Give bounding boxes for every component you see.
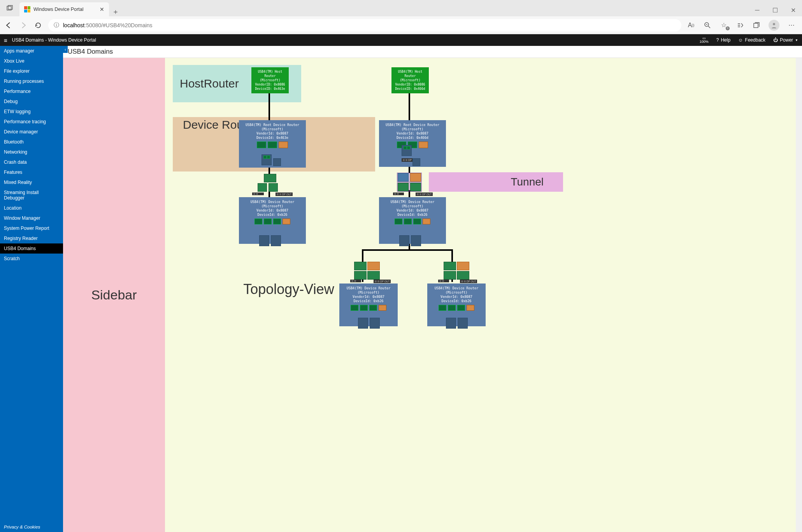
feedback-link[interactable]: ☺Feedback xyxy=(738,37,765,43)
feedback-icon: ☺ xyxy=(738,37,743,43)
hamburger-icon[interactable]: ≡ xyxy=(4,37,7,44)
port-right-c[interactable] xyxy=(399,235,409,246)
port-left-b[interactable] xyxy=(273,158,281,166)
sidebar-item-running-processes[interactable]: Running processes xyxy=(0,76,63,86)
window-tabs-icon[interactable] xyxy=(4,2,16,14)
sidebar-item-device-manager[interactable]: Device manager xyxy=(0,127,63,137)
tab-title: Windows Device Portal xyxy=(33,7,84,12)
host-router-left[interactable]: USB4(TM) Host Router (Microsoft) VendorI… xyxy=(251,67,289,93)
port-leafR-b[interactable] xyxy=(458,318,468,329)
url-input[interactable]: ⓘ localhost:50080/#USB4%20Domains xyxy=(48,19,681,32)
maximize-button[interactable]: ☐ xyxy=(766,4,784,16)
sidebar-item-bluetooth[interactable]: Bluetooth xyxy=(0,137,63,147)
url-port: :50080 xyxy=(84,22,101,28)
favorites-icon[interactable]: ☆0 xyxy=(720,21,728,30)
port-leafL-b[interactable] xyxy=(370,318,380,329)
dpslot-leafL xyxy=(350,280,361,282)
host-router-right[interactable]: USB4(TM) Host Router (Microsoft) VendorI… xyxy=(391,67,429,93)
pill-left-2a[interactable] xyxy=(258,183,267,192)
app-header-bar: ≡ USB4 Domains - Windows Device Portal ▭… xyxy=(0,34,802,46)
url-path: /#USB4%20Domains xyxy=(101,22,153,28)
pill-left-1[interactable] xyxy=(264,174,276,182)
pill-r-1b[interactable] xyxy=(410,173,421,182)
read-aloud-icon[interactable]: A)) xyxy=(687,21,695,30)
minimize-button[interactable]: ─ xyxy=(748,4,766,16)
pill-leafR-1[interactable] xyxy=(444,262,456,270)
tab-close-icon[interactable]: ✕ xyxy=(100,6,104,12)
pill-leafR-2[interactable] xyxy=(457,262,469,270)
new-tab-button[interactable]: ＋ xyxy=(109,7,122,16)
pill-leafL-3[interactable] xyxy=(354,271,367,280)
sidebar-item-performance-tracing[interactable]: Performance tracing xyxy=(0,117,63,127)
close-window-button[interactable]: ✕ xyxy=(784,4,802,16)
sidebar-nav: ‹ Apps managerXbox LiveFile explorerRunn… xyxy=(0,46,63,532)
reading-list-icon[interactable] xyxy=(736,21,744,30)
sidebar-item-file-explorer[interactable]: File explorer xyxy=(0,66,63,76)
port-right-d[interactable] xyxy=(411,235,421,246)
annotation-sidebar: Sidebar xyxy=(63,58,165,532)
favicon-ms-icon xyxy=(24,6,30,12)
pill-leafL-1[interactable] xyxy=(354,262,367,270)
sidebar-item-performance[interactable]: Performance xyxy=(0,86,63,96)
sidebar-item-apps-manager[interactable]: Apps manager xyxy=(0,46,63,56)
sidebar-item-usb4-domains[interactable]: USB4 Domains xyxy=(0,243,63,254)
sidebar-item-networking[interactable]: Networking xyxy=(0,147,63,157)
sidebar-item-system-power-report[interactable]: System Power Report xyxy=(0,223,63,233)
sidebar-item-xbox-live[interactable]: Xbox Live xyxy=(0,56,63,66)
pill-leafR-4[interactable] xyxy=(457,271,469,280)
help-icon: ? xyxy=(716,37,719,43)
pill-leafR-3[interactable] xyxy=(444,271,456,280)
site-info-icon[interactable]: ⓘ xyxy=(54,22,59,29)
dpout-leafL: DP OUT xyxy=(374,280,391,283)
port-left-c[interactable] xyxy=(259,235,269,246)
more-menu-icon[interactable]: ⋯ xyxy=(787,21,796,30)
port-left-a[interactable] xyxy=(261,154,272,165)
pill-r-1a[interactable] xyxy=(398,173,409,182)
privacy-link[interactable]: Privacy & Cookies xyxy=(0,522,63,532)
device-router-leaf-right[interactable]: USB4(TM) Device Router (Microsoft) Vendo… xyxy=(427,284,486,326)
power-menu[interactable]: ⏻Power▼ xyxy=(773,37,798,43)
pill-r-2b[interactable] xyxy=(410,183,421,191)
annotation-tunnel: Tunnel xyxy=(429,172,563,192)
pill-leafL-4[interactable] xyxy=(367,271,380,280)
port-right-b[interactable] xyxy=(412,158,420,166)
sidebar-item-crash-data[interactable]: Crash data xyxy=(0,157,63,167)
power-icon: ⏻ xyxy=(773,37,778,43)
sidebar-item-window-manager[interactable]: Window Manager xyxy=(0,213,63,223)
browser-address-bar: ⓘ localhost:50080/#USB4%20Domains A)) ☆0… xyxy=(0,16,802,34)
sidebar-item-location[interactable]: Location xyxy=(0,203,63,213)
device-router-leaf-left[interactable]: USB4(TM) Device Router (Microsoft) Vendo… xyxy=(339,284,398,326)
dpin-left xyxy=(252,192,264,195)
sidebar-item-scratch[interactable]: Scratch xyxy=(0,254,63,264)
back-button[interactable] xyxy=(4,21,13,30)
dpslot-right xyxy=(393,192,404,195)
topology-canvas[interactable]: Sidebar HostRouter Device Router Topolog… xyxy=(63,58,802,532)
sidebar-item-streaming-install-debugger[interactable]: Streaming Install Debugger xyxy=(0,187,63,203)
refresh-button[interactable] xyxy=(33,21,43,30)
window-controls: ─ ☐ ✕ xyxy=(748,4,802,16)
sidebar-item-mixed-reality[interactable]: Mixed Reality xyxy=(0,177,63,187)
port-leafR-a[interactable] xyxy=(446,318,456,329)
pill-r-2a[interactable] xyxy=(398,183,409,191)
sidebar-item-etw-logging[interactable]: ETW logging xyxy=(0,107,63,117)
sidebar-item-registry-reader[interactable]: Registry Reader xyxy=(0,233,63,243)
port-right-a[interactable] xyxy=(402,145,412,156)
pill-left-2b[interactable] xyxy=(269,183,278,192)
port-leafL-a[interactable] xyxy=(358,318,368,329)
root-device-router-left[interactable]: USB4(TM) Root Device Router (Microsoft) … xyxy=(239,120,306,168)
app-title: USB4 Domains - Windows Device Portal xyxy=(12,37,96,43)
zoom-indicator[interactable]: ▭100% xyxy=(700,37,709,44)
sidebar-item-debug[interactable]: Debug xyxy=(0,96,63,107)
chevron-down-icon: ▼ xyxy=(795,38,798,42)
browser-tab[interactable]: Windows Device Portal ✕ xyxy=(19,2,109,16)
collections-icon[interactable] xyxy=(752,21,761,30)
sidebar-item-features[interactable]: Features xyxy=(0,167,63,177)
dpout-leafR: DP OUT xyxy=(460,280,477,283)
port-left-d[interactable] xyxy=(271,235,281,246)
canvas-scrollbar[interactable] xyxy=(796,58,802,532)
profile-avatar[interactable] xyxy=(769,20,779,31)
sidebar-collapse-icon[interactable]: ‹ xyxy=(63,46,68,53)
zoom-icon[interactable] xyxy=(703,21,712,30)
help-link[interactable]: ?Help xyxy=(716,37,730,43)
pill-leafL-2[interactable] xyxy=(367,262,380,270)
